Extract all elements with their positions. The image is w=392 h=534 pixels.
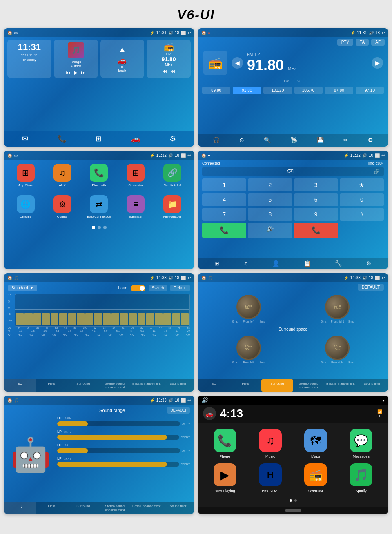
sound-hp2-slider[interactable] <box>57 448 180 453</box>
fm-search-icon[interactable]: 🔍 <box>264 137 271 143</box>
carplay-app-phone[interactable]: 📞 Phone <box>205 429 245 458</box>
fm-headphone-icon[interactable]: 🎧 <box>213 137 220 143</box>
fm-widget[interactable]: 📻 FM 91.80 MHz ⏮ ⏭ <box>147 40 191 78</box>
stab-surround[interactable]: Surround <box>261 379 293 392</box>
sound-default-button[interactable]: DEFAULT <box>167 407 190 414</box>
tab-surround[interactable]: Surround <box>67 379 99 392</box>
media-controls[interactable]: ⏮ ▶ ⏭ <box>56 70 96 76</box>
carplay-app-overcast[interactable]: 📻 Overcast <box>296 463 336 493</box>
loud-toggle[interactable] <box>131 285 145 291</box>
knob-rear-left-dial[interactable]: 1.0ms32cm <box>236 336 261 360</box>
app-aux[interactable]: ♫ AUX <box>46 164 79 187</box>
fm-save-icon[interactable]: 💾 <box>317 137 324 143</box>
carplay-app-messages[interactable]: 💬 Messages <box>341 429 381 458</box>
delete-icon[interactable]: ⌫ <box>287 169 294 174</box>
stab-stereo[interactable]: Stereo sound enhancement <box>293 379 325 392</box>
tab-stereo[interactable]: Stereo sound enhancement <box>99 379 131 392</box>
fm-controls[interactable]: ⏮ ⏭ <box>162 68 175 74</box>
settings-icon-home[interactable]: ⚙ <box>169 134 176 143</box>
carplay-app-spotify[interactable]: 🎵 Spotify <box>341 463 381 493</box>
fm-toggle-icon[interactable]: ⊙ <box>239 137 244 143</box>
ta-button[interactable]: TA <box>356 39 369 46</box>
fm-preset-6[interactable]: 97.10 <box>356 87 384 94</box>
app-filemanager[interactable]: 📁 FileManager <box>156 195 189 218</box>
key-4[interactable]: 4 <box>202 193 246 206</box>
settings-icon-phone[interactable]: ⚙ <box>366 260 372 267</box>
recent-calls-icon[interactable]: 📋 <box>304 260 311 267</box>
soundtab-stereo[interactable]: Stereo sound enhancement <box>99 502 131 514</box>
default-button-eq[interactable]: Default <box>170 285 190 291</box>
tab-field[interactable]: Field <box>36 379 68 392</box>
tools-icon[interactable]: 🔧 <box>335 260 342 267</box>
switch-button[interactable]: Switch <box>149 285 167 291</box>
app-carlink[interactable]: 🔗 Car Link 2.0 <box>156 164 189 187</box>
tab-bass[interactable]: Bass Enhancement <box>131 379 163 392</box>
app-easyconnection[interactable]: ⇄ EasyConnection <box>82 195 116 218</box>
fm-preset-4[interactable]: 105.70 <box>294 87 323 94</box>
key-star[interactable]: ★ <box>340 178 384 191</box>
app-chrome[interactable]: 🌐 Chrome <box>9 195 42 218</box>
default-button-surround[interactable]: DEFAULT <box>358 284 384 291</box>
phone-icon-home[interactable]: 📞 <box>58 134 67 143</box>
app-bluetooth[interactable]: 📞 Bluetooth <box>82 164 116 187</box>
contacts-icon[interactable]: 👤 <box>272 260 279 267</box>
key-6[interactable]: 6 <box>294 193 338 206</box>
app-control[interactable]: ⚙ Control <box>46 195 79 218</box>
carplay-home-button[interactable] <box>285 509 301 512</box>
key-3[interactable]: 3 <box>294 178 338 191</box>
key-2[interactable]: 2 <box>248 178 292 191</box>
fm-edit-icon[interactable]: ✏ <box>343 137 348 143</box>
stab-soundfilter[interactable]: Sound filter <box>356 379 388 392</box>
soundtab-field[interactable]: Field <box>36 502 68 514</box>
soundtab-surround[interactable]: Surround <box>67 502 99 514</box>
carplay-app-hyundai[interactable]: H HYUNDAI <box>250 463 290 493</box>
key-1[interactable]: 1 <box>202 178 246 191</box>
car-icon-home[interactable]: 🚗 <box>131 134 140 143</box>
fm-signal-icon[interactable]: 📡 <box>290 137 297 143</box>
stab-bass[interactable]: Bass Enhancement <box>325 379 356 392</box>
key-hash[interactable]: # <box>340 208 384 221</box>
pty-button[interactable]: PTY <box>337 39 353 46</box>
stab-eq[interactable]: EQ <box>198 379 230 392</box>
sound-lp2-slider[interactable] <box>57 462 179 467</box>
fm-preset-1[interactable]: 89.80 <box>202 87 230 94</box>
apps-icon-home[interactable]: ⊞ <box>96 134 102 143</box>
carplay-app-maps[interactable]: 🗺 Maps <box>296 429 336 458</box>
prev-icon[interactable]: ⏮ <box>66 70 71 76</box>
volume-icon[interactable]: 🔊 <box>248 222 292 238</box>
fm-prev-button[interactable]: ◀ <box>232 57 243 69</box>
key-5[interactable]: 5 <box>248 193 292 206</box>
knob-rear-right-dial[interactable]: 0.0ms0cm <box>325 336 350 360</box>
fm-settings-icon[interactable]: ⚙ <box>368 137 373 143</box>
af-button[interactable]: AF <box>371 39 385 46</box>
sound-lp1-slider[interactable] <box>57 435 179 440</box>
next-icon[interactable]: ⏭ <box>81 70 86 76</box>
knob-front-right-dial[interactable]: 1.0ms32cm <box>325 295 350 319</box>
music-icon-phone[interactable]: ♫ <box>244 260 248 267</box>
key-9[interactable]: 9 <box>294 208 338 221</box>
soundtab-eq[interactable]: EQ <box>4 502 36 514</box>
fm-preset-3[interactable]: 101.20 <box>263 87 292 94</box>
tab-eq[interactable]: EQ <box>4 379 36 392</box>
key-8[interactable]: 8 <box>248 208 292 221</box>
eq-preset-dropdown[interactable]: Standard ▼ <box>8 285 37 291</box>
fm-next-icon[interactable]: ⏭ <box>170 68 175 74</box>
fm-prev-icon[interactable]: ⏮ <box>162 68 167 74</box>
fm-preset-2[interactable]: 91.80 <box>233 87 261 94</box>
fm-next-button[interactable]: ▶ <box>372 57 383 69</box>
knob-front-left-dial[interactable]: 1.0ms68cm <box>236 295 261 319</box>
play-icon[interactable]: ▶ <box>74 70 78 76</box>
keypad-icon[interactable]: ⊞ <box>214 260 219 267</box>
end-call-button[interactable]: 📞 <box>294 222 338 238</box>
key-0[interactable]: 0 <box>340 193 384 206</box>
tab-soundfilter[interactable]: Sound filter <box>163 379 194 392</box>
app-calculator[interactable]: ⊞ Calculator <box>119 164 152 187</box>
music-widget[interactable]: 🎵 Songs Author ⏮ ▶ ⏭ <box>54 40 98 78</box>
nav-icon-home[interactable]: ✉ <box>22 134 28 143</box>
fm-preset-5[interactable]: 87.80 <box>325 87 353 94</box>
stab-field[interactable]: Field <box>230 379 262 392</box>
soundtab-soundfilter[interactable]: Sound filter <box>163 502 194 514</box>
soundtab-bass[interactable]: Bass Enhancement <box>131 502 163 514</box>
call-button[interactable]: 📞 <box>202 222 246 238</box>
carplay-app-nowplaying[interactable]: ▶ Now Playing <box>205 463 245 493</box>
